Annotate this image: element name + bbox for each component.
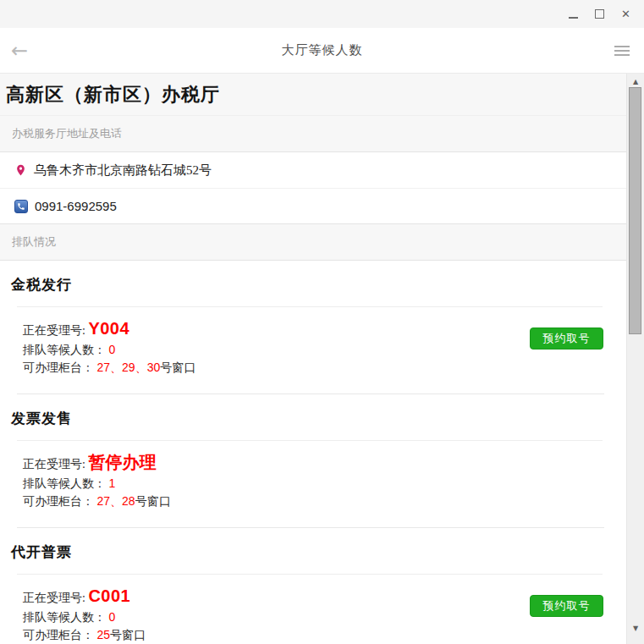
current-number-label: 正在受理号: [23,592,88,604]
app-window: ✕ ← 大厅等候人数 高新区（新市区）办税厅 办税服务厅地址及电话 乌鲁木齐市北… [0,0,644,644]
counters-label: 可办理柜台： [23,629,94,641]
contact-section-label: 办税服务厅地址及电话 [0,116,626,151]
queue-body: 正在受理号: Y004 排队等候人数： 0 可办理柜台： 27、29、30号窗口… [0,307,626,394]
phone-row[interactable]: 0991-6992595 [0,188,626,223]
close-icon: ✕ [621,8,630,20]
office-header-block: 高新区（新市区）办税厅 办税服务厅地址及电话 [0,74,626,152]
counters-value: 27、29、30 [97,361,161,374]
current-number-value: Y004 [88,319,129,338]
current-number-line: 正在受理号: Y004 [23,318,525,341]
waiting-count-line: 排队等候人数： 1 [23,475,525,493]
queue-status-block: 排队情况 [0,223,626,261]
current-number-value: 暂停办理 [88,453,156,471]
waiting-count-label: 排队等候人数： [23,344,106,356]
counters-line: 可办理柜台： 25号窗口 [23,626,525,644]
queue-body: 正在受理号: 暂停办理 排队等候人数： 1 可办理柜台： 27、28号窗口 [0,441,626,527]
queue-section: 发票发售 正在受理号: 暂停办理 排队等候人数： 1 可办理柜台： 27、28号… [0,394,626,528]
scroll-down-icon[interactable]: ▼ [627,625,644,632]
waiting-count-line: 排队等候人数： 0 [23,608,525,626]
office-name: 高新区（新市区）办税厅 [0,74,626,116]
queue-title: 金税发行 [0,275,626,294]
queue-sections: 金税发行 正在受理号: Y004 排队等候人数： 0 可办理柜台： 27、29、… [0,261,626,644]
queue-title: 发票发售 [0,409,626,428]
page-title: 大厅等候人数 [0,42,644,58]
menu-icon[interactable] [614,43,630,58]
booking-button[interactable]: 预约取号 [530,328,603,350]
scroll-up-icon[interactable]: ▲ [627,78,644,85]
current-number-label: 正在受理号: [23,458,88,471]
titlebar: ✕ [0,0,644,28]
minimize-icon [569,17,578,19]
maximize-icon [595,9,604,19]
queue-section-label: 排队情况 [0,224,626,260]
back-icon[interactable]: ← [11,41,28,61]
counters-suffix: 号窗口 [110,629,146,641]
current-number-line: 正在受理号: 暂停办理 [23,452,525,475]
booking-button[interactable]: 预约取号 [530,595,603,617]
waiting-count-value: 0 [109,610,116,624]
content-area: 高新区（新市区）办税厅 办税服务厅地址及电话 乌鲁木齐市北京南路钻石城52号 0… [0,74,644,644]
counters-suffix: 号窗口 [135,495,171,508]
queue-body: 正在受理号: C001 排队等候人数： 0 可办理柜台： 25号窗口 预约取号 [0,575,626,644]
counters-line: 可办理柜台： 27、28号窗口 [23,493,525,510]
counters-label: 可办理柜台： [23,361,94,374]
current-number-label: 正在受理号: [23,324,88,337]
maximize-button[interactable] [586,3,613,25]
address-row[interactable]: 乌鲁木齐市北京南路钻石城52号 [0,152,626,188]
counters-value: 27、28 [97,494,135,508]
app-header: ← 大厅等候人数 [0,28,644,74]
waiting-count-value: 1 [109,476,116,490]
minimize-button[interactable] [560,3,586,25]
vertical-scrollbar[interactable]: ▲ ▼ [626,74,644,644]
location-pin-icon [14,162,27,179]
counters-label: 可办理柜台： [23,495,94,508]
waiting-count-label: 排队等候人数： [23,477,106,490]
office-address: 乌鲁木齐市北京南路钻石城52号 [34,162,212,179]
counters-value: 25 [97,628,111,641]
phone-icon [14,200,28,213]
queue-title: 代开普票 [0,542,626,562]
waiting-count-label: 排队等候人数： [23,611,106,624]
queue-section: 代开普票 正在受理号: C001 排队等候人数： 0 可办理柜台： 25号窗口 … [0,528,626,644]
window-controls: ✕ [560,3,639,25]
counters-suffix: 号窗口 [160,361,195,374]
close-button[interactable]: ✕ [613,3,639,25]
counters-line: 可办理柜台： 27、29、30号窗口 [23,359,525,377]
office-phone: 0991-6992595 [35,199,117,213]
queue-section: 金税发行 正在受理号: Y004 排队等候人数： 0 可办理柜台： 27、29、… [0,261,626,394]
waiting-count-value: 0 [109,343,116,356]
current-number-value: C001 [88,586,130,605]
waiting-count-line: 排队等候人数： 0 [23,341,525,359]
current-number-line: 正在受理号: C001 [23,586,525,608]
scrollbar-thumb[interactable] [629,87,641,334]
